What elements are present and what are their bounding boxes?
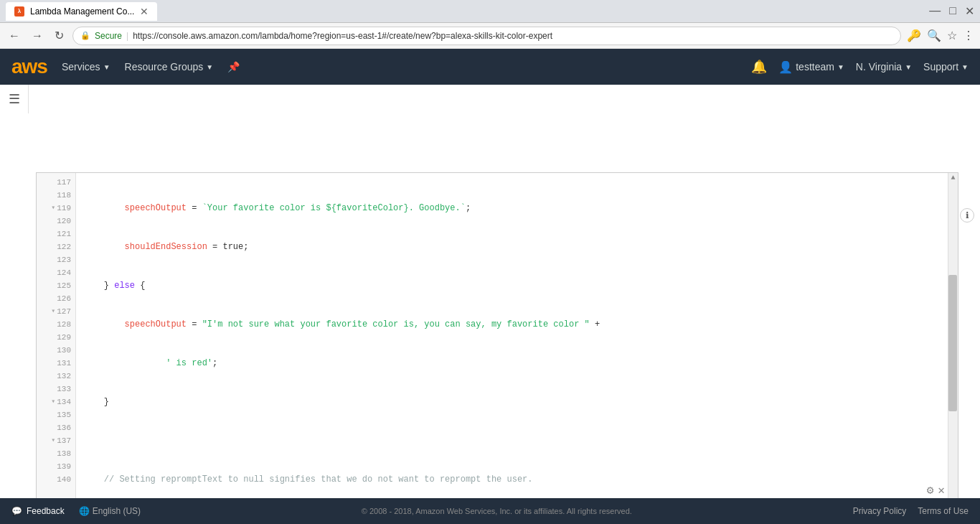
code-line-119: } else { [83,279,951,292]
line-132: 132 [37,370,75,383]
line-126: 126 [37,292,75,305]
resource-groups-nav[interactable]: Resource Groups ▼ [125,61,214,72]
vertical-scrollbar[interactable]: ▲ ▼ [948,173,958,513]
line-140: 140 [37,473,75,486]
user-icon: 👤 [778,60,793,74]
line-136: 136 [37,421,75,434]
resource-groups-chevron: ▼ [206,63,213,71]
line-128: 128 [37,318,75,331]
close-editor-icon[interactable]: ✕ [938,485,945,497]
code-line-117: speechOutput = `Your favorite color is $… [83,202,951,215]
line-118: 118 [37,189,75,202]
code-editor[interactable]: 117 118 ▾119 120 121 122 123 124 125 126… [36,172,958,514]
region-menu[interactable]: N. Virginia ▼ [856,61,912,72]
settings-icon[interactable]: ⚙ [927,485,934,497]
nav-icons: 🔑 🔍 ☆ ⋮ [907,29,974,42]
support-chevron: ▼ [961,63,969,71]
secure-icon: 🔒 [80,31,90,40]
line-138: 138 [37,447,75,460]
browser-title-bar: λ Lambda Management Co... ✕ — □ ✕ [0,0,980,23]
thumbtack-icon: 📌 [227,61,240,72]
bookmark-icon[interactable]: ☆ [947,29,957,42]
region-chevron: ▼ [905,63,912,71]
window-controls: — □ ✕ [929,4,974,18]
url-text: https://console.aws.amazon.com/lambda/ho… [133,31,893,41]
privacy-policy-link[interactable]: Privacy Policy [853,506,907,516]
editor-action-icons: ⚙ ✕ [927,485,945,497]
services-chevron: ▼ [103,63,110,71]
feedback-label: Feedback [27,506,65,516]
restore-icon[interactable]: □ [949,4,956,18]
line-122: 122 [37,240,75,253]
minimize-icon[interactable]: — [929,4,941,18]
zoom-icon[interactable]: 🔍 [927,29,941,42]
key-icon: 🔑 [907,29,921,42]
line-134: ▾134 [37,396,75,408]
copyright-text: © 2008 - 2018, Amazon Web Services, Inc.… [141,507,853,515]
line-127: ▾127 [37,305,75,318]
line-123: 123 [37,253,75,266]
scroll-up-arrow[interactable]: ▲ [948,173,958,183]
support-menu[interactable]: Support ▼ [923,61,969,72]
back-button[interactable]: ← [6,28,23,44]
line-119: ▾119 [37,202,75,215]
browser-tab-title: Lambda Management Co... [30,6,134,17]
code-content[interactable]: speechOutput = `Your favorite color is $… [76,173,958,513]
secure-label: Secure [95,31,122,41]
chat-icon: 💬 [11,506,22,516]
line-120: 120 [37,215,75,228]
region-label: N. Virginia [856,61,902,72]
line-137: ▾137 [37,434,75,447]
terms-of-use-link[interactable]: Terms of Use [918,506,969,516]
line-124: 124 [37,266,75,279]
user-label: testteam [796,61,834,72]
notification-icon[interactable]: 🔔 [751,59,767,75]
line-117: 117 [37,176,75,189]
code-line-122: } [83,396,951,408]
line-numbers: 117 118 ▾119 120 121 122 123 124 125 126… [37,173,76,513]
line-135: 135 [37,408,75,421]
line-129: 129 [37,331,75,344]
line-131: 131 [37,357,75,370]
resource-groups-label: Resource Groups [125,61,204,72]
language-label: English (US) [93,506,141,516]
sidebar-toggle[interactable]: ☰ [0,85,29,113]
browser-tab-close[interactable]: ✕ [140,6,149,17]
reload-button[interactable]: ↻ [52,27,67,44]
main-content: 117 118 ▾119 120 121 122 123 124 125 126… [0,172,980,524]
aws-logo: aws [11,55,47,78]
close-icon[interactable]: ✕ [965,4,974,18]
user-menu[interactable]: 👤 testteam ▼ [778,60,844,74]
menu-icon[interactable]: ⋮ [963,29,974,42]
language-selector[interactable]: 🌐 English (US) [79,506,141,516]
footer-links: Privacy Policy Terms of Use [853,506,969,516]
browser-favicon: λ [14,6,24,17]
code-line-120: speechOutput = "I'm not sure what your f… [83,318,951,331]
feedback-button[interactable]: 💬 Feedback [11,506,65,516]
services-nav[interactable]: Services ▼ [62,61,110,72]
forward-button[interactable]: → [29,28,46,44]
line-133: 133 [37,383,75,396]
line-121: 121 [37,228,75,240]
globe-icon: 🌐 [79,506,90,516]
support-label: Support [923,61,958,72]
code-line-121: ' is red'; [83,357,951,370]
code-line-124: // Setting repromptText to null signifie… [83,473,951,486]
line-125: 125 [37,279,75,292]
aws-header: aws Services ▼ Resource Groups ▼ 📌 🔔 👤 t… [0,49,980,85]
user-chevron: ▼ [837,63,844,71]
status-bar: 💬 Feedback 🌐 English (US) © 2008 - 2018,… [0,498,980,524]
code-line-123 [83,434,951,447]
line-139: 139 [37,460,75,473]
header-right: 🔔 👤 testteam ▼ N. Virginia ▼ Support ▼ [751,59,969,75]
scrollbar-thumb-v[interactable] [948,275,957,411]
line-130: 130 [37,344,75,357]
bookmark-nav[interactable]: 📌 [227,61,240,72]
code-editor-container: 117 118 ▾119 120 121 122 123 124 125 126… [36,172,958,514]
services-label: Services [62,61,100,72]
address-bar[interactable]: 🔒 Secure | https://console.aws.amazon.co… [72,27,901,45]
code-line-118: shouldEndSession = true; [83,240,951,253]
info-icon[interactable]: ℹ [960,208,974,223]
browser-nav-bar: ← → ↻ 🔒 Secure | https://console.aws.ama… [0,23,980,49]
browser-tab[interactable]: λ Lambda Management Co... ✕ [6,2,157,21]
